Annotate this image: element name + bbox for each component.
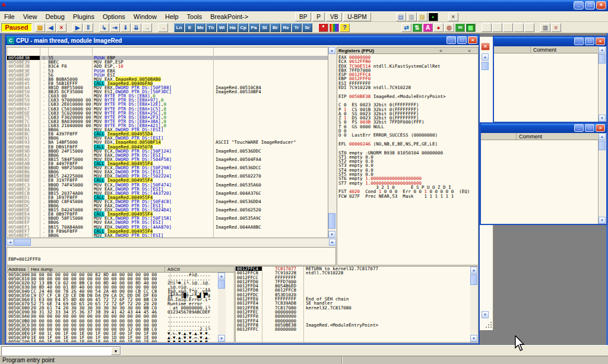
- toolbar-blank-button[interactable]: [514, 23, 524, 32]
- stack-pane[interactable]: 0012FFC47C817077RETURN to kernel32.7C817…: [235, 266, 479, 343]
- stack-row[interactable]: 0012FFEC00000000: [236, 310, 478, 314]
- winA-scroll-up[interactable]: ▲: [598, 46, 606, 53]
- info-pane[interactable]: EBP=0012FFF0: [7, 247, 336, 265]
- winA-maximize-button[interactable]: □: [585, 37, 594, 45]
- toolbar-button-me[interactable]: Me: [195, 23, 205, 32]
- toolbar-button-sr[interactable]: Sr: [302, 23, 312, 32]
- stack-row[interactable]: 0012FFD07FFD7000: [236, 280, 478, 284]
- stack-row[interactable]: 0012FFC87C910228ntdll.7C910228: [236, 271, 478, 275]
- stack-scroll-down[interactable]: ▼: [470, 335, 477, 342]
- register-line[interactable]: O 0 LastErr ERROR_SUCCESS (00000000): [337, 133, 478, 137]
- menu-tools[interactable]: Tools: [183, 12, 207, 21]
- menu-help[interactable]: Help: [161, 12, 183, 21]
- menu-window[interactable]: Window: [129, 12, 161, 21]
- pause-icon[interactable]: ‖: [83, 23, 93, 32]
- strip-close-button[interactable]: ×: [481, 43, 490, 50]
- disasm-row[interactable]: 0050BE3B.83C4 F0ADD ESP,-10: [7, 64, 328, 68]
- screen-icon[interactable]: ▦: [466, 23, 476, 32]
- winB-minimize-button[interactable]: _: [574, 124, 584, 132]
- winB-list-area[interactable]: [481, 140, 598, 224]
- cpu-window-titlebar[interactable]: C CPU - main thread, module ImageRed _ □…: [6, 36, 479, 45]
- winA-close-button[interactable]: ×: [596, 37, 605, 45]
- stack-row[interactable]: 0012FFF000000000: [236, 314, 478, 318]
- stack-row[interactable]: 0012FFD48054B6ED: [236, 284, 478, 288]
- animate-over-icon[interactable]: ⇊: [131, 23, 141, 32]
- menu-file[interactable]: File: [0, 12, 19, 21]
- menu-button-p[interactable]: P: [312, 12, 325, 21]
- open-file-icon[interactable]: ▤: [35, 23, 45, 32]
- stack-row[interactable]: 0012FFE87C817080kernel32.7C817080: [236, 306, 478, 310]
- toolbar-blank-button[interactable]: [482, 23, 492, 32]
- help-icon[interactable]: ?: [340, 23, 350, 32]
- register-line[interactable]: T 0 GS 0000 NULL: [337, 125, 478, 129]
- stack-row[interactable]: 0012FFFC00000000: [236, 327, 478, 331]
- comment-window-top-titlebar[interactable]: _ □ ×: [494, 37, 606, 46]
- winB-column-header[interactable]: Comment: [481, 133, 598, 140]
- winB-scroll-down[interactable]: ▼: [598, 217, 606, 224]
- toolbar-button-st[interactable]: St: [259, 23, 270, 32]
- dump-scroll-up[interactable]: ▲: [218, 273, 225, 280]
- disasm-row[interactable]: 0050BE3E.53PUSH EBX: [7, 69, 328, 73]
- winB-close-button[interactable]: ×: [596, 124, 605, 132]
- combo-dropdown-button[interactable]: ▼: [111, 347, 121, 355]
- menu-button-vb[interactable]: VB: [326, 12, 342, 21]
- strip-scroll-thumb[interactable]: [482, 62, 489, 70]
- panel-left-icon[interactable]: ▥: [540, 23, 550, 32]
- winA-list-area[interactable]: [494, 53, 598, 122]
- console-icon[interactable]: ▪: [428, 12, 438, 21]
- disassembly-pane[interactable]: 0050BE38$55PUSH EBP0050BE39.8BECMOV EBP,…: [7, 47, 328, 238]
- command-input[interactable]: [2, 347, 111, 355]
- disasm-scroll-up[interactable]: ▲: [328, 47, 335, 54]
- hex-dump-pane[interactable]: Address Hex dump ASCII 0050C00000 00 00 …: [7, 266, 235, 343]
- registers-pane[interactable]: Registers (FPU) < < EAX 00000000ECX 0012…: [337, 47, 479, 265]
- cpu-close-button[interactable]: ×: [468, 36, 477, 44]
- strip-resize-grip[interactable]: [484, 322, 492, 329]
- cpu-minimize-button[interactable]: _: [446, 36, 456, 44]
- maximize-button[interactable]: □: [585, 1, 595, 10]
- options-icon[interactable]: *: [318, 23, 328, 32]
- registers-pane-marker2[interactable]: <: [468, 48, 471, 54]
- stack-row[interactable]: 0012FFE47C839AD8SE handler: [236, 301, 478, 305]
- log-icon[interactable]: ▤: [396, 12, 406, 21]
- stack-row[interactable]: 0012FFF80050BE38ImageRed.<ModuleEntryPoi…: [236, 323, 478, 327]
- winB-scroll-thumb[interactable]: [598, 141, 606, 150]
- execute-till-return-icon[interactable]: →: [142, 23, 152, 32]
- close-program-icon[interactable]: ×: [56, 23, 66, 32]
- close-button[interactable]: ×: [596, 1, 606, 10]
- restart-icon[interactable]: ◀: [46, 23, 56, 32]
- stack-scroll-up[interactable]: ▲: [470, 267, 477, 274]
- menu-plugins[interactable]: Plugins: [69, 12, 99, 21]
- registers-pane-marker[interactable]: <: [439, 48, 442, 54]
- stack-row[interactable]: 0012FFE0FFFFFFFFEnd of SEH chain: [236, 297, 478, 301]
- stack-row[interactable]: 0012FFDC853D1020: [236, 293, 478, 297]
- dump-row[interactable]: 0050C1001F 00 1F 00 1F 00 1F 00 1F 00 1F…: [7, 340, 234, 343]
- toolbar-button-th[interactable]: Th: [206, 23, 216, 32]
- swap-icon[interactable]: ⇄: [401, 23, 411, 32]
- register-line[interactable]: EFL 00000246 (NO,NB,E,BE,NS,PE,GE,LE): [337, 142, 478, 146]
- winA-minimize-button[interactable]: _: [574, 37, 584, 45]
- goto-icon[interactable]: →: [158, 23, 168, 32]
- stack-scroll-thumb[interactable]: [470, 274, 477, 285]
- menu-breakpoint[interactable]: BreakPoint->: [206, 12, 252, 21]
- stack-row[interactable]: 0012FFCCFFFFFFFF: [236, 276, 478, 280]
- winA-scroll-down[interactable]: ▼: [598, 115, 606, 122]
- cpu-maximize-button[interactable]: □: [457, 36, 467, 44]
- toolbar-button-br[interactable]: Br: [270, 23, 280, 32]
- menu-debug[interactable]: Debug: [41, 12, 68, 21]
- toolbar-button-e[interactable]: E: [185, 23, 195, 32]
- registers-header[interactable]: Registers (FPU) < <: [337, 48, 478, 54]
- record-icon[interactable]: ●: [433, 23, 444, 32]
- winB-scrollbar[interactable]: ▲ ▼: [598, 133, 606, 224]
- animate-into-icon[interactable]: ⇓: [121, 23, 131, 32]
- dump-scrollbar[interactable]: ▲ ▼: [218, 273, 226, 342]
- winB-maximize-button[interactable]: □: [585, 124, 594, 132]
- menu-view[interactable]: View: [19, 12, 42, 21]
- notes-icon[interactable]: ▥: [407, 12, 417, 21]
- dump-scroll-down[interactable]: ▼: [218, 335, 225, 342]
- disasm-scroll-thumb[interactable]: [328, 213, 335, 229]
- winA-column-header[interactable]: Comment: [494, 46, 598, 53]
- stack-row[interactable]: 0012FFD80012FFC8: [236, 288, 478, 292]
- toolbar-button-cp[interactable]: Cp: [238, 23, 248, 32]
- step-into-icon[interactable]: ↳: [99, 23, 109, 32]
- disasm-scroll-down[interactable]: ▼: [328, 231, 335, 238]
